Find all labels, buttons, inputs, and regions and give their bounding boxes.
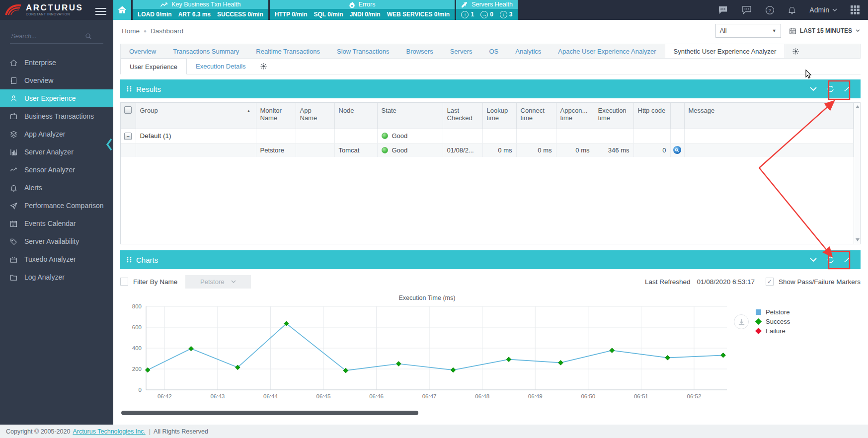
- column-header-label: Lookup time: [487, 107, 508, 122]
- column-header-monitor-name[interactable]: Monitor Name: [256, 103, 296, 129]
- sidebar-item-user-experience[interactable]: User Experience: [0, 89, 113, 107]
- scroll-up-arrow-icon[interactable]: [856, 105, 860, 108]
- sidebar-item-performance-comparison[interactable]: Performance Comparison: [0, 197, 113, 215]
- copyright-text: Copyright © 2005-2020: [6, 428, 70, 435]
- subtab-user-experience[interactable]: User Experience: [120, 59, 187, 74]
- column-header-appcon-time[interactable]: Appcon... time: [556, 103, 594, 129]
- column-header-execution-time[interactable]: Execution time: [594, 103, 633, 129]
- sidebar-item-overview[interactable]: Overview: [0, 72, 113, 89]
- sidebar-collapse-handle[interactable]: [106, 138, 112, 153]
- tab-slow-transactions[interactable]: Slow Transactions: [328, 44, 398, 58]
- tab-servers[interactable]: Servers: [442, 44, 481, 58]
- apps-grid-icon[interactable]: [850, 5, 860, 15]
- breadcrumb-home[interactable]: Home: [122, 27, 140, 35]
- admin-user-menu[interactable]: Admin: [809, 6, 837, 14]
- help-icon[interactable]: ?: [765, 5, 775, 15]
- scroll-down-arrow-icon[interactable]: [856, 238, 860, 241]
- results-collapse-chevron-icon[interactable]: [810, 87, 817, 91]
- state-cell: Good: [382, 132, 439, 140]
- sidebar-item-business-transactions[interactable]: Business Transactions: [0, 107, 113, 125]
- topbar-widget-servers-health[interactable]: Servers Health↑1→0↓3: [456, 0, 518, 20]
- sidebar-item-label: Server Availability: [24, 237, 79, 245]
- charts-filter-bar: Filter By Name Petstore Last Refreshed 0…: [120, 274, 861, 290]
- tab-overview[interactable]: Overview: [121, 44, 164, 58]
- tab-analytics[interactable]: Analytics: [507, 44, 550, 58]
- home-button[interactable]: [113, 0, 131, 20]
- column-header-app-name[interactable]: App Name: [296, 103, 334, 129]
- tab-transactions-summary[interactable]: Transactions Summary: [164, 44, 247, 58]
- column-header-last-checked[interactable]: Last Checked: [443, 103, 482, 129]
- sidebar-item-alerts[interactable]: Alerts: [0, 179, 113, 197]
- filter-by-name-checkbox[interactable]: [120, 278, 128, 286]
- notifications-bell-icon[interactable]: [788, 5, 796, 15]
- tabs-gear-icon[interactable]: [785, 44, 806, 58]
- arcturus-swoosh-icon: [5, 3, 22, 17]
- layers-icon: [9, 130, 18, 139]
- show-markers-checkbox[interactable]: ✓: [766, 278, 774, 286]
- widget-stat: WEB SERVICES 0/min: [387, 11, 450, 18]
- chevron-down-icon: [856, 29, 860, 32]
- sidebar-item-server-analyzer[interactable]: Server Analyzer: [0, 143, 113, 161]
- charts-collapse-chevron-icon[interactable]: [810, 258, 817, 262]
- sidebar-item-label: Alerts: [24, 184, 42, 192]
- tab-apache-user-experience-analyzer[interactable]: Apache User Experience Analyzer: [550, 44, 664, 58]
- bell-icon: [9, 184, 18, 192]
- charts-refresh-icon[interactable]: [826, 256, 834, 264]
- drilldown-icon[interactable]: [673, 146, 681, 154]
- hamburger-menu-icon[interactable]: [95, 6, 106, 17]
- results-panel-header: Results: [120, 79, 861, 98]
- svg-text:0: 0: [139, 387, 142, 393]
- sidebar-item-server-availability[interactable]: Server Availability: [0, 232, 113, 250]
- company-link[interactable]: Arcturus Technologies Inc.: [73, 428, 145, 435]
- chat-filled-icon[interactable]: [717, 5, 728, 14]
- last-refreshed-label: Last Refreshed: [645, 278, 691, 286]
- table-row-group[interactable]: −Default (1)Good: [121, 129, 854, 143]
- search-icon[interactable]: [84, 32, 92, 40]
- table-vertical-scrollbar[interactable]: [854, 103, 860, 244]
- sidebar-item-label: Server Analyzer: [24, 148, 74, 156]
- column-header-group[interactable]: Group▲: [136, 103, 256, 129]
- scope-select[interactable]: All ▼: [715, 24, 781, 38]
- collapse-all-button[interactable]: −: [124, 106, 132, 114]
- column-header-lookup-time[interactable]: Lookup time: [482, 103, 516, 129]
- monitor-name-select[interactable]: Petstore: [185, 275, 251, 289]
- column-header-blank: [670, 103, 684, 129]
- column-header-node[interactable]: Node: [334, 103, 377, 129]
- tab-synthetic-user-experience-analyzer[interactable]: Synthetic User Experience Analyzer: [665, 44, 786, 58]
- svg-text:06:46: 06:46: [369, 393, 384, 399]
- sidebar-item-app-analyzer[interactable]: App Analyzer: [0, 125, 113, 143]
- column-header-label: Execution time: [598, 107, 627, 122]
- horizontal-scrollbar-thumb[interactable]: [121, 411, 418, 415]
- last-refreshed-value: 01/08/2020 6:53:17: [697, 278, 755, 286]
- sidebar-item-enterprise[interactable]: Enterprise: [0, 54, 113, 72]
- select-arrow-icon: ▼: [772, 28, 777, 33]
- column-header-http-code[interactable]: Http code: [633, 103, 670, 129]
- chart-download-button[interactable]: [734, 314, 749, 329]
- time-range-picker[interactable]: LAST 15 MINUTES: [789, 27, 860, 35]
- legend-item-failure: Failure: [756, 326, 790, 336]
- sidebar-item-sensor-analyzer[interactable]: Sensor Analyzer: [0, 161, 113, 179]
- table-row-detail[interactable]: PetstoreTomcatGood01/08/2...0 ms0 ms0 ms…: [121, 143, 854, 157]
- results-refresh-icon[interactable]: [826, 85, 834, 93]
- tab-realtime-transactions[interactable]: Realtime Transactions: [247, 44, 328, 58]
- collapse-group-button[interactable]: −: [124, 133, 132, 140]
- tab-browsers[interactable]: Browsers: [397, 44, 441, 58]
- subtabs-gear-icon[interactable]: [255, 59, 272, 74]
- subtab-execution-details[interactable]: Execution Details: [187, 59, 254, 74]
- sidebar-item-tuxedo-analyzer[interactable]: Tuxedo Analyzer: [0, 250, 113, 268]
- breadcrumb-dashboard[interactable]: Dashboard: [151, 27, 183, 35]
- column-header-connect-time[interactable]: Connect time: [516, 103, 556, 129]
- charts-expand-icon[interactable]: [844, 256, 851, 263]
- search-input[interactable]: [10, 32, 84, 40]
- sidebar-item-events-calendar[interactable]: Events Calendar: [0, 215, 113, 232]
- chat-outline-icon[interactable]: [741, 5, 752, 14]
- column-header-message[interactable]: Message: [684, 103, 854, 129]
- sidebar-item-label: Enterprise: [24, 59, 56, 67]
- column-header-state[interactable]: State: [377, 103, 443, 129]
- svg-text:06:48: 06:48: [475, 393, 489, 399]
- topbar-widget-key-business-txn-health[interactable]: Key Business Txn HealthLOAD 0/minART 6.3…: [133, 0, 268, 20]
- topbar-widget-errors[interactable]: ErrorsHTTP 0/minSQL 0/minJNDI 0/minWEB S…: [270, 0, 455, 20]
- sidebar-item-log-analyzer[interactable]: Log Analyzer: [0, 268, 113, 286]
- tab-os[interactable]: OS: [480, 44, 507, 58]
- results-expand-icon[interactable]: [844, 85, 851, 92]
